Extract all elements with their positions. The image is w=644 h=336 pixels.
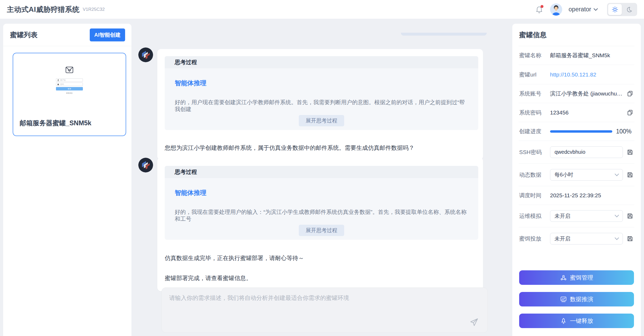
honeypot-list-title: 蜜罐列表 xyxy=(10,30,37,40)
ai-message-text-1: 您想为滨江小学创建教师邮件系统，属于仿真业务数据中的邮件系统。需要生成仿真邮件数… xyxy=(165,144,478,152)
dynamic-data-select[interactable]: 每6小时 xyxy=(550,169,623,181)
honeypot-info-title: 蜜罐信息 xyxy=(519,30,547,40)
user-avatar[interactable] xyxy=(550,3,562,16)
chevron-down-icon xyxy=(615,174,619,176)
password-label: 系统密码 xyxy=(519,109,550,116)
user-name: operator xyxy=(569,6,591,13)
ai-avatar xyxy=(138,158,153,172)
one-key-release-label: 一键释放 xyxy=(570,317,593,325)
bait-management-icon xyxy=(560,274,567,281)
ai-message-1: 思考过程 智能体推理 好的，用户现在需要创建滨江小学教师邮件系统。首先，我需要判… xyxy=(157,49,483,160)
notification-badge xyxy=(541,5,543,8)
moon-icon xyxy=(626,6,632,13)
ssh-password-input[interactable] xyxy=(550,146,623,158)
info-row-name: 蜜罐名称 邮箱服务器蜜罐_SNM5k xyxy=(519,46,634,65)
save-ssh-button[interactable] xyxy=(626,148,634,156)
chat-input[interactable] xyxy=(162,288,487,333)
scrolled-user-message-remnant xyxy=(401,33,487,36)
save-bait-button[interactable] xyxy=(626,235,634,243)
schedule-value: 2025-11-25 22:39:25 xyxy=(550,192,601,199)
honeypot-info-panel: 蜜罐信息 蜜罐名称 邮箱服务器蜜罐_SNM5k 蜜罐url http://10.… xyxy=(512,24,641,336)
info-row-account: 系统账号 滨江小学教务处 (jiaowuchu… xyxy=(519,84,634,103)
light-mode-button[interactable] xyxy=(608,4,622,15)
ops-sim-select[interactable]: 未开启 xyxy=(550,210,623,222)
url-label: 蜜罐url xyxy=(519,71,550,78)
preview-username-field: 用户名 xyxy=(56,78,83,82)
chat-input-container xyxy=(162,287,488,333)
preview-password-placeholder: 密码 xyxy=(60,83,64,85)
password-value: 123456 xyxy=(550,109,569,116)
data-simulation-button[interactable]: 数据推演 xyxy=(519,292,634,306)
save-icon xyxy=(627,171,633,178)
save-ops-button[interactable] xyxy=(626,212,634,220)
ops-sim-value: 未开启 xyxy=(555,213,570,220)
thinking-body-1: 智能体推理 好的，用户现在需要创建滨江小学教师邮件系统。首先，我需要判断用户的意… xyxy=(165,68,478,130)
bait-management-button[interactable]: 蜜饵管理 xyxy=(519,270,634,285)
info-row-password: 系统密码 123456 xyxy=(519,103,634,122)
honeypot-url-link[interactable]: http://10.50.121.82 xyxy=(550,71,596,78)
bait-value: 未开启 xyxy=(555,235,570,242)
reasoning-label-1: 智能体推理 xyxy=(175,79,468,87)
copy-account-button[interactable] xyxy=(626,90,634,98)
send-button[interactable] xyxy=(468,317,480,328)
user-menu[interactable]: operator xyxy=(569,6,598,13)
expand-thinking-button-2[interactable]: 展开思考过程 xyxy=(299,225,344,236)
account-value: 滨江小学教务处 (jiaowuchu… xyxy=(550,90,622,97)
account-label: 系统账号 xyxy=(519,90,550,97)
rocket-release-icon xyxy=(560,318,567,324)
dark-mode-button[interactable] xyxy=(622,4,636,15)
preview-password-field: 密码 xyxy=(56,83,83,86)
info-row-schedule: 调度时间 2025-11-25 22:39:25 xyxy=(519,186,634,205)
reasoning-preview-2: 好的，我现在需要处理用户的输入：“为滨江小学生成教师邮件系统仿真业务数据”。首先… xyxy=(175,209,468,223)
dynamic-data-value: 每6小时 xyxy=(555,171,573,178)
honeypot-card-name: 邮箱服务器蜜罐_SNM5k xyxy=(20,119,91,127)
honeypot-card[interactable]: 用户名 密码 登录 邮箱系统 邮箱服务器蜜罐_SNM5k xyxy=(13,53,126,136)
app-title: 主动式AI威胁狩猎系统 xyxy=(7,5,80,14)
save-icon xyxy=(627,149,633,156)
thinking-title-1: 思考过程 xyxy=(165,56,478,68)
reasoning-label-2: 智能体推理 xyxy=(175,189,468,197)
expand-thinking-button-1[interactable]: 展开思考过程 xyxy=(299,115,344,126)
schedule-label: 调度时间 xyxy=(519,192,550,199)
bait-select[interactable]: 未开启 xyxy=(550,233,623,244)
honeypot-list-panel: 蜜罐列表 AI智能创建 用户名 密码 登录 邮 xyxy=(3,24,131,336)
chevron-down-icon xyxy=(615,215,619,217)
reasoning-preview-1: 好的，用户现在需要创建滨江小学教师邮件系统。首先，我需要判断用户的意图。根据之前… xyxy=(175,99,468,113)
dynamic-data-label: 动态数据 xyxy=(519,171,550,179)
ai-message-2: 思考过程 智能体推理 好的，我现在需要处理用户的输入：“为滨江小学生成教师邮件系… xyxy=(157,157,483,291)
preview-login-button: 登录 xyxy=(56,87,83,90)
copy-icon xyxy=(627,90,633,97)
thinking-title-2: 思考过程 xyxy=(165,166,478,178)
name-label: 蜜罐名称 xyxy=(519,52,550,59)
ops-sim-label: 运维模拟 xyxy=(519,212,550,220)
info-row-ssh: SSH密码 xyxy=(519,141,634,164)
save-dynamic-button[interactable] xyxy=(626,171,634,179)
copy-password-button[interactable] xyxy=(626,109,634,117)
ai-create-button[interactable]: AI智能创建 xyxy=(90,28,125,41)
bait-management-label: 蜜饵管理 xyxy=(570,274,593,282)
preview-footer-text: 邮箱系统 xyxy=(66,92,73,94)
notification-bell-icon[interactable] xyxy=(535,5,544,14)
ssh-label: SSH密码 xyxy=(519,148,550,156)
thinking-box-2: 思考过程 智能体推理 好的，我现在需要处理用户的输入：“为滨江小学生成教师邮件系… xyxy=(165,166,478,240)
chevron-down-icon xyxy=(615,237,619,240)
chevron-down-icon xyxy=(593,8,598,11)
info-row-url: 蜜罐url http://10.50.121.82 xyxy=(519,65,634,84)
create-progress-fill xyxy=(550,130,612,133)
mail-envelope-icon xyxy=(65,66,73,73)
progress-label: 创建进度 xyxy=(519,128,550,135)
bait-label: 蜜饵投放 xyxy=(519,235,550,242)
create-progress-bar xyxy=(550,130,612,133)
info-row-progress: 创建进度 100% xyxy=(519,122,634,141)
header-right: operator xyxy=(535,3,637,16)
honeypot-list-header: 蜜罐列表 AI智能创建 xyxy=(3,24,131,46)
honeypot-preview-thumbnail: 用户名 密码 登录 邮箱系统 xyxy=(13,66,126,94)
sun-icon xyxy=(612,6,618,13)
top-header: 主动式AI威胁狩猎系统 V1R25C32 opera xyxy=(0,0,644,19)
ai-message-text-2a: 仿真数据生成完毕，正在执行蜜罐部署，请耐心等待～ xyxy=(165,255,478,262)
lock-icon xyxy=(57,83,59,85)
theme-toggle xyxy=(607,3,637,16)
one-key-release-button[interactable]: 一键释放 xyxy=(519,314,634,328)
app-root: 主动式AI威胁狩猎系统 V1R25C32 opera xyxy=(0,0,644,336)
name-value: 邮箱服务器蜜罐_SNM5k xyxy=(550,52,610,59)
